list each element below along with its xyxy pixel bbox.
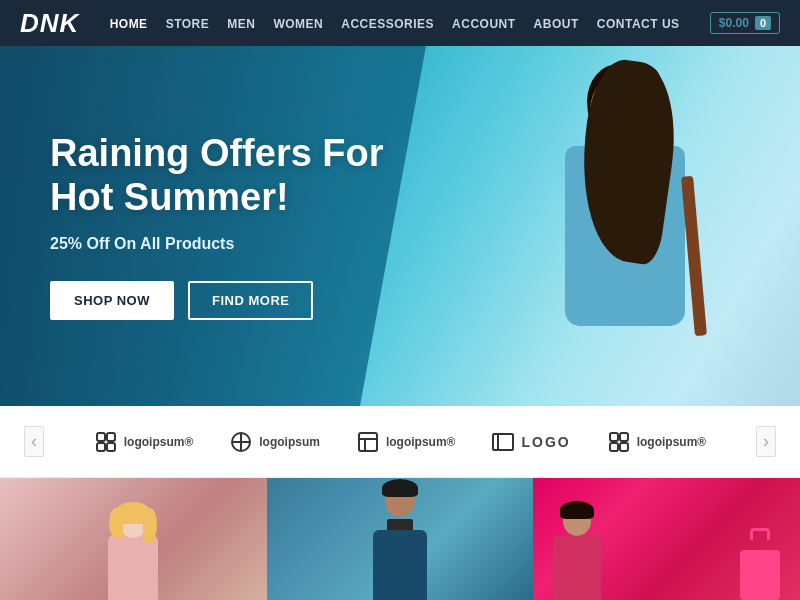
navbar: DNK HOME STORE MEN WOMEN ACCESSORIES ACC… — [0, 0, 800, 46]
nav-link-home[interactable]: HOME — [110, 17, 148, 31]
svg-rect-10 — [610, 433, 618, 441]
svg-rect-12 — [610, 443, 618, 451]
logos-prev-button[interactable]: ‹ — [24, 426, 44, 457]
hero-content: Raining Offers For Hot Summer! 25% Off O… — [0, 132, 450, 320]
nav-link-account[interactable]: ACCOUNT — [452, 17, 516, 31]
logos-container: logoipsum® logoipsum logoipsum® — [44, 430, 756, 454]
logo-icon-4 — [491, 430, 515, 454]
logo-text-2: logoipsum — [259, 435, 320, 449]
shop-now-button[interactable]: Shop Now — [50, 281, 174, 320]
product-accessory-shape — [740, 528, 780, 600]
products-row — [0, 478, 800, 600]
hero-title: Raining Offers For Hot Summer! — [50, 132, 400, 219]
svg-rect-7 — [359, 433, 377, 451]
logo-item-5[interactable]: logoipsum® — [607, 430, 707, 454]
nav-link-accessories[interactable]: ACCESSORIES — [341, 17, 434, 31]
logo-item-1[interactable]: logoipsum® — [94, 430, 194, 454]
svg-rect-2 — [97, 443, 105, 451]
logo-text-4: LOGO — [521, 434, 570, 450]
nav-link-store[interactable]: STORE — [166, 17, 210, 31]
nav-link-women[interactable]: WOMEN — [273, 17, 323, 31]
hero-person-figure — [460, 56, 740, 396]
cart-button[interactable]: $0.00 0 — [710, 12, 780, 34]
svg-rect-13 — [620, 443, 628, 451]
logos-strip: ‹ logoipsum® logoipsum — [0, 406, 800, 478]
logo-icon-3 — [356, 430, 380, 454]
product-card-3[interactable] — [533, 478, 800, 600]
brand-logo[interactable]: DNK — [20, 8, 79, 39]
hero-buttons: Shop Now Find More — [50, 281, 400, 320]
bag-body — [740, 550, 780, 600]
logo-item-3[interactable]: logoipsum® — [356, 430, 456, 454]
find-more-button[interactable]: Find More — [188, 281, 313, 320]
svg-rect-8 — [493, 434, 513, 450]
logo-text-1: logoipsum® — [124, 435, 194, 449]
logo-icon-1 — [94, 430, 118, 454]
bag-handle — [750, 528, 770, 540]
svg-rect-3 — [107, 443, 115, 451]
logo-icon-5 — [607, 430, 631, 454]
svg-rect-0 — [97, 433, 105, 441]
product-card-1[interactable] — [0, 478, 267, 600]
nav-link-contact[interactable]: CONTACT US — [597, 17, 680, 31]
nav-links: HOME STORE MEN WOMEN ACCESSORIES ACCOUNT… — [110, 14, 680, 32]
svg-rect-11 — [620, 433, 628, 441]
nav-link-about[interactable]: ABOUT — [534, 17, 579, 31]
hero-subtitle: 25% Off On All Products — [50, 235, 400, 253]
logo-item-4[interactable]: LOGO — [491, 430, 570, 454]
logo-text-5: logoipsum® — [637, 435, 707, 449]
hero-section: Raining Offers For Hot Summer! 25% Off O… — [0, 46, 800, 406]
logo-item-2[interactable]: logoipsum — [229, 430, 320, 454]
product-card-2[interactable] — [267, 478, 534, 600]
logo-text-3: logoipsum® — [386, 435, 456, 449]
logos-next-button[interactable]: › — [756, 426, 776, 457]
cart-amount: $0.00 — [719, 16, 749, 30]
svg-rect-1 — [107, 433, 115, 441]
cart-count: 0 — [755, 16, 771, 30]
logo-icon-2 — [229, 430, 253, 454]
nav-link-men[interactable]: MEN — [227, 17, 255, 31]
